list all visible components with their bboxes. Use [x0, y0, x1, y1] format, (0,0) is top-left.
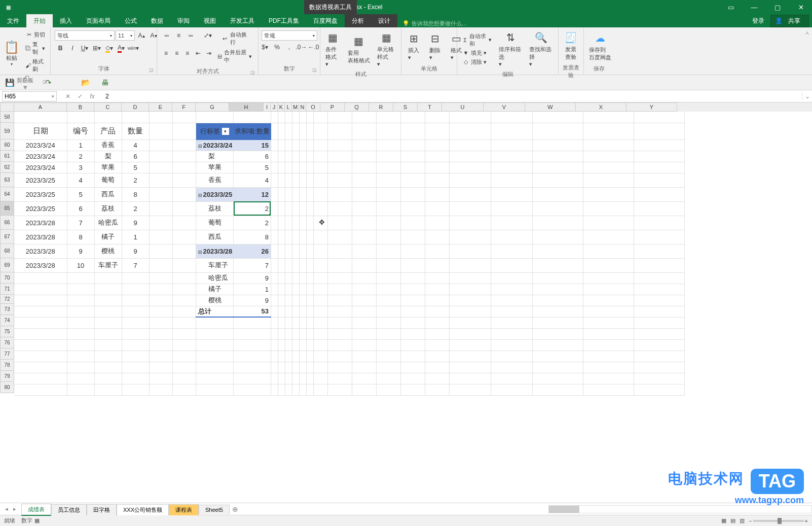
cell-V79[interactable] — [491, 373, 532, 384]
cell-J72[interactable] — [278, 295, 285, 306]
cell-U69[interactable] — [449, 258, 491, 272]
cell-D68[interactable]: 9 — [122, 244, 149, 258]
cell-Y62[interactable] — [634, 162, 684, 173]
format-painter-button[interactable]: 🖌格式刷 — [23, 57, 47, 74]
cell-I72[interactable] — [271, 295, 278, 306]
print-button[interactable]: 🖶 — [99, 77, 110, 88]
cell-H64[interactable]: 12 — [234, 187, 271, 201]
cell-K76[interactable] — [285, 339, 292, 350]
cell-F66[interactable] — [172, 216, 196, 230]
cell-O58[interactable] — [313, 112, 327, 123]
cell-Q70[interactable] — [352, 272, 376, 284]
cell-W73[interactable] — [532, 306, 583, 317]
percent-button[interactable]: % — [272, 42, 283, 52]
cell-N65[interactable] — [306, 201, 313, 216]
cell-F71[interactable] — [172, 284, 196, 295]
cell-Y79[interactable] — [634, 373, 684, 384]
cell-O73[interactable] — [313, 306, 327, 317]
view-layout-button[interactable]: ▤ — [730, 517, 735, 524]
cell-T58[interactable] — [425, 112, 449, 123]
cell-J75[interactable] — [278, 328, 285, 339]
col-header-L[interactable]: L — [285, 102, 292, 112]
cell-J62[interactable] — [278, 162, 285, 173]
cell-L70[interactable] — [292, 272, 299, 284]
col-header-U[interactable]: U — [442, 102, 484, 112]
cell-S62[interactable] — [400, 162, 425, 173]
cell-M62[interactable] — [299, 162, 306, 173]
cell-Y70[interactable] — [634, 272, 684, 284]
cell-B63[interactable]: 4 — [67, 173, 94, 187]
bold-button[interactable]: B — [55, 43, 66, 53]
cell-D60[interactable]: 4 — [122, 139, 149, 151]
align-top-button[interactable]: ═ — [161, 30, 172, 41]
cell-H68[interactable]: 26 — [234, 244, 271, 258]
cell-U58[interactable] — [449, 112, 491, 123]
cell-H70[interactable]: 9 — [234, 272, 271, 284]
cell-A66[interactable]: 2023/3/28 — [14, 216, 67, 230]
autosum-button[interactable]: Σ自动求和 ▾ — [460, 32, 494, 48]
cell-V62[interactable] — [491, 162, 532, 173]
indent-dec-button[interactable]: ⇤ — [193, 48, 203, 58]
cell-L63[interactable] — [292, 173, 299, 187]
cell-F70[interactable] — [172, 272, 196, 284]
cell-M80[interactable] — [299, 384, 306, 395]
cell-S73[interactable] — [400, 306, 425, 317]
cell-P63[interactable] — [327, 173, 352, 187]
cell-L61[interactable] — [292, 151, 299, 162]
col-header-K[interactable]: K — [278, 102, 285, 112]
cell-Y72[interactable] — [634, 295, 684, 306]
cell-N75[interactable] — [306, 328, 313, 339]
cell-W75[interactable] — [532, 328, 583, 339]
cell-H61[interactable]: 6 — [234, 151, 271, 162]
cell-K61[interactable] — [285, 151, 292, 162]
col-header-O[interactable]: O — [306, 102, 320, 112]
col-header-H[interactable]: H — [229, 102, 264, 112]
cell-I79[interactable] — [271, 373, 278, 384]
cell-H77[interactable] — [234, 350, 271, 362]
cell-J63[interactable] — [278, 173, 285, 187]
cell-L73[interactable] — [292, 306, 299, 317]
cell-Q68[interactable] — [352, 244, 376, 258]
tab-formula[interactable]: 公式 — [118, 14, 144, 27]
cell-P73[interactable] — [327, 306, 352, 317]
cell-I64[interactable] — [271, 187, 278, 201]
cell-D66[interactable]: 9 — [122, 216, 149, 230]
cell-I70[interactable] — [271, 272, 278, 284]
cell-N66[interactable] — [306, 216, 313, 230]
cell-P76[interactable] — [327, 339, 352, 350]
tab-review[interactable]: 审阅 — [170, 14, 197, 27]
cell-M73[interactable] — [299, 306, 306, 317]
col-header-P[interactable]: P — [320, 102, 345, 112]
cell-G80[interactable] — [196, 384, 234, 395]
collapse-ribbon-button[interactable]: ㅅ — [802, 27, 812, 75]
cell-A78[interactable] — [14, 362, 67, 373]
cell-W66[interactable] — [532, 216, 583, 230]
cell-I77[interactable] — [271, 350, 278, 362]
cut-button[interactable]: ✂剪切 — [23, 30, 47, 39]
cell-C71[interactable] — [94, 284, 122, 295]
cell-G77[interactable] — [196, 350, 234, 362]
cell-Y67[interactable] — [634, 230, 684, 244]
cell-T80[interactable] — [425, 384, 449, 395]
cell-E60[interactable] — [149, 139, 172, 151]
cell-O60[interactable] — [313, 139, 327, 151]
sheet-tab-1[interactable]: 成绩表 — [21, 504, 51, 516]
cell-J74[interactable] — [278, 317, 285, 328]
cell-F80[interactable] — [172, 384, 196, 395]
cell-S76[interactable] — [400, 339, 425, 350]
cell-T63[interactable] — [425, 173, 449, 187]
cell-N67[interactable] — [306, 230, 313, 244]
font-size-combo[interactable]: 11▾ — [116, 30, 135, 41]
cell-I75[interactable] — [271, 328, 278, 339]
cell-J68[interactable] — [278, 244, 285, 258]
cell-R60[interactable] — [376, 139, 400, 151]
cell-A65[interactable]: 2023/3/25 — [14, 201, 67, 216]
cell-V71[interactable] — [491, 284, 532, 295]
zoom-slider[interactable] — [753, 520, 804, 522]
cell-O64[interactable] — [313, 187, 327, 201]
cell-H66[interactable]: 2 — [234, 216, 271, 230]
cell-M75[interactable] — [299, 328, 306, 339]
cell-V59[interactable] — [491, 123, 532, 139]
cell-X67[interactable] — [583, 230, 634, 244]
cell-P77[interactable] — [327, 350, 352, 362]
